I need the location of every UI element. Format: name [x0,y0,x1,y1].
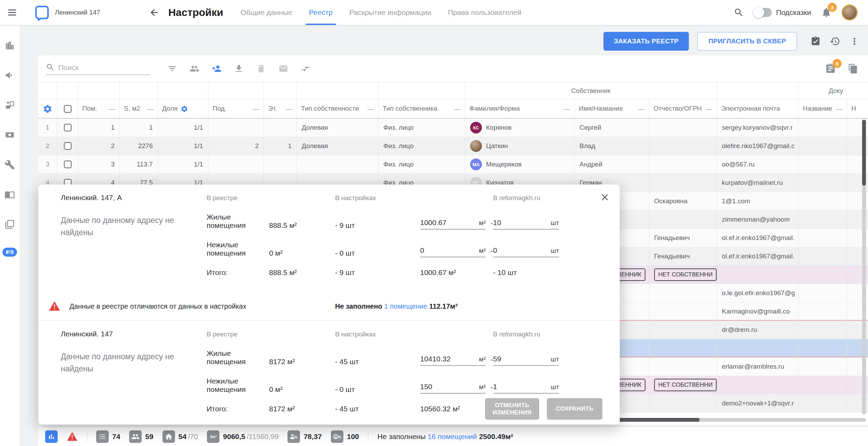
room-type-label: Жилые помещения [207,213,269,230]
save-button[interactable]: СОХРАНИТЬ [547,398,602,420]
sidebar-item-building[interactable] [5,40,15,51]
tab-1[interactable]: Реестр [308,0,334,25]
search-input[interactable] [58,63,150,72]
table-row[interactable]: 1 1 1 1/1 Долевая Физ. лицо КСКорянов Се… [38,119,868,137]
cell-pod: 2 [208,137,264,155]
column-header-et[interactable]: Эт.— [264,100,297,118]
sidebar-item-documents[interactable] [5,219,15,230]
warning-triangle-icon[interactable] [67,431,78,442]
tab-3[interactable]: Права пользователей [446,0,523,25]
table-row[interactable]: 2 2 2276 1/1 2 1 Долевая Физ. лицо Цатки… [38,137,868,155]
column-header-own_type[interactable]: Тип собственности— [297,100,378,118]
toggle-track[interactable] [754,8,772,17]
cell-checkbox[interactable] [57,119,78,137]
column-filter-icon[interactable]: — [286,105,292,113]
history-icon[interactable] [830,36,840,46]
column-filter-icon[interactable]: — [454,105,461,113]
filter-icon[interactable] [167,64,177,74]
cell-own-type: Долевая [297,119,378,137]
not-filled-link[interactable]: 1 помещение [384,302,427,310]
chart-icon[interactable] [45,430,58,443]
sidebar-item-book[interactable] [5,189,15,200]
cell-patronymic: Генадьевич [649,229,717,247]
column-header-pod[interactable]: Под.— [208,100,264,118]
notifications-bell-icon[interactable]: 3 [821,7,832,18]
back-button[interactable] [149,7,159,18]
sidebar-item-megaphone[interactable] [5,70,15,80]
mail-icon[interactable] [278,64,288,74]
settings-count-input[interactable]: 0шт [493,246,559,257]
sidebar-item-currency[interactable]: ₽/$ [2,249,17,255]
column-header-doc_name[interactable]: Название— [799,100,847,118]
column-header-owner_kind[interactable]: Тип собственника— [378,100,465,118]
column-filter-icon[interactable]: — [253,105,259,113]
column-filter-icon[interactable]: — [638,105,645,113]
presentation-icon [5,100,15,110]
book-icon [5,189,15,200]
close-icon[interactable] [600,192,610,203]
table-settings-gear-icon[interactable] [38,100,57,118]
settings-count-input[interactable]: 59шт [493,355,559,366]
sidebar-item-presentation[interactable] [5,100,15,110]
settings-area-input[interactable]: 0м² [420,246,486,257]
order-registry-button[interactable]: ЗАКАЗАТЬ РЕЕСТР [603,32,689,51]
table-search[interactable] [46,63,150,75]
copy-icon[interactable] [848,63,858,74]
column-header-email[interactable]: Электронная почта [717,100,799,118]
hints-toggle[interactable]: Подсказки [754,8,811,17]
sidebar-item-tools[interactable] [5,160,15,170]
settings-area-input[interactable]: 1000.67м² [420,218,486,230]
owners-icon[interactable] [190,64,199,74]
settings-count-input[interactable]: 1шт [493,383,559,394]
column-filter-icon[interactable]: — [564,105,570,113]
column-header-name[interactable]: Имя/Название— [575,100,649,118]
column-header-pom[interactable]: Пом.— [78,100,120,118]
column-filter-icon[interactable]: — [367,105,374,113]
settings-area-input[interactable]: 10410.32м² [420,355,486,366]
column-header-patronymic[interactable]: Отчество/ОГРН— [649,100,717,118]
settings-area-input[interactable]: 150м² [420,383,486,394]
delete-icon[interactable] [256,64,266,74]
svg-text:%: % [294,435,298,439]
sidebar-item-money[interactable] [5,130,15,140]
menu-icon[interactable] [0,7,24,18]
column-filter-icon[interactable]: — [109,105,115,113]
download-icon[interactable] [234,64,244,74]
metric-sm2: Sм² 9060,5/11560,99 [207,430,278,443]
total-settings-area: 10560.32 м² [420,405,493,413]
column-gear-icon[interactable] [181,105,188,113]
vertical-scrollbar[interactable] [862,120,866,414]
toggle-knob[interactable] [753,7,764,18]
settings-count-input[interactable]: 10шт [493,218,559,230]
column-filter-icon[interactable]: — [147,105,153,113]
tab-2[interactable]: Раскрытие информации [348,0,433,25]
column-header-surname[interactable]: Фамилия/Форма— [465,100,575,118]
user-avatar[interactable] [842,5,858,20]
transfer-icon[interactable] [301,64,310,74]
add-owner-icon[interactable] [212,64,222,74]
column-header-dolya[interactable]: Доля [158,100,208,118]
cell-checkbox[interactable] [57,137,78,155]
address-summary-modal: Ленинский. 147, А В реестре В настройках… [38,185,620,424]
invite-button[interactable]: ПРИГЛАСИТЬ В СКВЕР [697,32,797,51]
cell-email: sergey.koryanov@sqvr.r [717,119,799,137]
report-clipboard-icon[interactable]: 5 [825,63,836,74]
select-all-checkbox[interactable] [57,100,78,118]
column-filter-icon[interactable]: — [836,105,843,113]
cell-patronymic: НЕТ СОБСТВЕННИ [649,376,717,394]
metric-person-circle-pct: % 100 [331,430,359,443]
column-filter-icon[interactable]: — [706,105,712,113]
tab-0[interactable]: Общие данные [239,0,294,25]
table-row[interactable]: 3 3 113.7 1/1 Физ. лицо МАМещеряков Андр… [38,155,868,174]
column-header-last[interactable]: Н [847,100,868,118]
cancel-changes-button[interactable]: ОТМЕНИТЬИЗМЕНЕНИЯ [485,398,539,420]
tasks-clipboard-icon[interactable] [810,36,821,46]
vertical-scrollbar-thumb[interactable] [862,120,866,186]
not-filled-link[interactable]: 16 помещений [428,432,477,440]
kebab-menu-icon[interactable] [849,36,860,46]
settings-column-header: В настройках [335,331,493,338]
cell-checkbox[interactable] [57,155,78,174]
search-icon[interactable] [734,7,744,18]
column-header-s[interactable]: S, м2— [120,100,158,118]
cell-email: demo2+novak+1@sqvr.r [717,394,799,413]
